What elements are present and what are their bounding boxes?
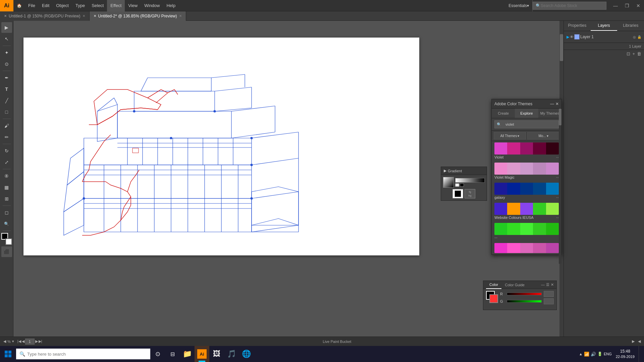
tab-libraries[interactable]: Libraries	[617, 21, 644, 31]
menu-help[interactable]: Help	[163, 0, 179, 11]
pencil-tool[interactable]: ✏	[1, 132, 12, 142]
menu-file[interactable]: File	[25, 0, 39, 11]
prev-page[interactable]: ◀	[22, 339, 24, 344]
themes-filter-sort[interactable]: Mo... ▾	[527, 132, 559, 139]
selection-tool[interactable]: ▶	[1, 22, 12, 33]
minimize-button[interactable]: —	[610, 0, 621, 11]
gradient-collapse-icon[interactable]: ▶	[444, 169, 446, 173]
theme-green-swatch[interactable]	[494, 223, 559, 235]
gradient-bar[interactable]	[455, 178, 485, 183]
gradient-stop-right[interactable]	[460, 183, 464, 187]
rectangle-tool[interactable]: □	[1, 107, 12, 117]
tab-2-close[interactable]: ✕	[179, 14, 182, 18]
gradient-options[interactable]: fg bg	[465, 189, 475, 198]
rotate-tool[interactable]: ↻	[1, 145, 12, 156]
menu-window[interactable]: Window	[141, 0, 163, 11]
show-hidden-tray[interactable]: ▲	[579, 352, 583, 356]
menu-type[interactable]: Type	[72, 0, 88, 11]
next-page-end[interactable]: ▶|	[39, 339, 42, 344]
color-bg-swatch[interactable]	[489, 294, 498, 303]
stroke-color[interactable]	[5, 238, 12, 245]
gradient-preview[interactable]	[443, 177, 454, 188]
themes-tab-mythemes[interactable]: My Themes	[538, 109, 561, 118]
tray-language[interactable]: ENG	[604, 352, 612, 356]
vertical-scroll-thumb[interactable]	[560, 34, 563, 61]
theme-galaxy-more[interactable]: ···	[556, 196, 559, 199]
artboard-back-icon[interactable]: ◀	[638, 339, 641, 344]
clock[interactable]: 15:48 22-09-2019	[613, 349, 637, 359]
menu-edit[interactable]: Edit	[39, 0, 53, 11]
taskbar-chrome[interactable]: 🌐	[239, 346, 254, 362]
task-view-button[interactable]: ⊟	[165, 346, 180, 362]
make-clip-mask-icon[interactable]: ⊡	[627, 51, 630, 56]
taskbar-spotify[interactable]: 🎵	[224, 346, 239, 362]
color-themes-close[interactable]: ✕	[555, 102, 559, 106]
prev-page-start[interactable]: |◀	[17, 339, 21, 344]
zoom-out-btn[interactable]: ◀	[3, 339, 6, 344]
tab-color[interactable]: Color	[486, 281, 501, 289]
pen-tool[interactable]: ✒	[1, 72, 12, 83]
tab-1-close[interactable]: ✕	[83, 14, 85, 18]
new-layer-icon[interactable]: +	[632, 51, 635, 56]
magic-wand-tool[interactable]: ✦	[1, 47, 12, 58]
show-desktop-button[interactable]	[639, 346, 641, 362]
themes-search-input[interactable]	[503, 120, 556, 128]
g-value[interactable]	[544, 298, 554, 304]
direct-selection-tool[interactable]: ↖	[1, 34, 12, 44]
zoom-tool[interactable]: 🔍	[1, 219, 12, 229]
delete-layer-icon[interactable]: 🗑	[637, 51, 641, 56]
blend-tool[interactable]: ⑧	[1, 171, 12, 181]
tray-network-icon[interactable]: 📶	[584, 352, 589, 357]
theme-violet-swatch[interactable]	[494, 142, 559, 155]
theme-website-colours-swatch[interactable]	[494, 203, 559, 215]
cortana-button[interactable]: ⊙	[150, 346, 165, 362]
search-stock-input[interactable]	[541, 3, 601, 8]
color-panel-close[interactable]: ✕	[551, 283, 554, 287]
menu-view[interactable]: View	[125, 0, 141, 11]
next-page[interactable]: ▶	[35, 339, 38, 344]
layer-visibility-icon[interactable]: 👁	[570, 35, 574, 39]
theme-website-colours-more[interactable]: ···	[556, 216, 559, 220]
color-panel-menu[interactable]: ☰	[546, 283, 549, 287]
themes-tab-explore[interactable]: Explore	[515, 109, 538, 118]
page-input[interactable]	[25, 339, 35, 345]
taskbar-search-input[interactable]	[27, 352, 147, 357]
themes-scroll-thumb[interactable]	[559, 109, 561, 125]
artboard-nav-icon[interactable]: ▶	[632, 339, 635, 344]
menu-effect[interactable]: Effect	[107, 0, 125, 11]
start-button[interactable]	[0, 346, 16, 362]
scale-tool[interactable]: ⤢	[1, 157, 12, 168]
gradient-stop-left[interactable]	[455, 183, 459, 187]
color-themes-minimize[interactable]: —	[550, 102, 554, 106]
tab-2[interactable]: ✕ Untitled-2* @ 136.85% (RGB/GPU Preview…	[90, 11, 186, 21]
restore-button[interactable]: ❐	[621, 0, 633, 11]
theme-violet-magic-swatch[interactable]	[494, 163, 559, 175]
taskbar-file-explorer[interactable]: 📁	[180, 346, 195, 362]
artboard-tool[interactable]: ⊞	[1, 193, 12, 204]
theme-violet-more[interactable]: ···	[556, 156, 559, 159]
tab-layers[interactable]: Layers	[591, 21, 618, 31]
g-slider[interactable]	[507, 300, 542, 303]
eraser-tool[interactable]: ◻	[1, 207, 12, 218]
home-icon[interactable]: 🏠	[13, 0, 25, 11]
type-tool[interactable]: T	[1, 84, 12, 95]
graph-tool[interactable]: ▦	[1, 182, 12, 193]
zoom-dropdown[interactable]: ▾	[12, 339, 14, 344]
tray-volume-icon[interactable]: 🔊	[591, 352, 596, 357]
r-slider[interactable]	[507, 293, 542, 295]
layer-options-icon[interactable]: ◎	[633, 35, 636, 39]
taskbar-photos[interactable]: 🖼	[209, 346, 224, 362]
tab-properties[interactable]: Properties	[564, 21, 591, 31]
paintbrush-tool[interactable]: 🖌	[1, 120, 12, 131]
theme-violet-magic-more[interactable]: ···	[556, 176, 559, 179]
tab-color-guide[interactable]: Color Guide	[501, 281, 528, 289]
lasso-tool[interactable]: ⊙	[1, 59, 12, 69]
r-value[interactable]	[544, 291, 554, 297]
themes-scrollbar[interactable]	[559, 109, 561, 264]
themes-tab-create[interactable]: Create	[492, 109, 515, 118]
themes-filter-all[interactable]: All Themes ▾	[494, 132, 526, 139]
menu-select[interactable]: Select	[88, 0, 107, 11]
gradient-fg-color[interactable]	[452, 189, 463, 198]
taskbar-illustrator[interactable]: Ai	[195, 346, 209, 362]
essentials-dropdown[interactable]: Essentials ▾	[505, 0, 533, 11]
